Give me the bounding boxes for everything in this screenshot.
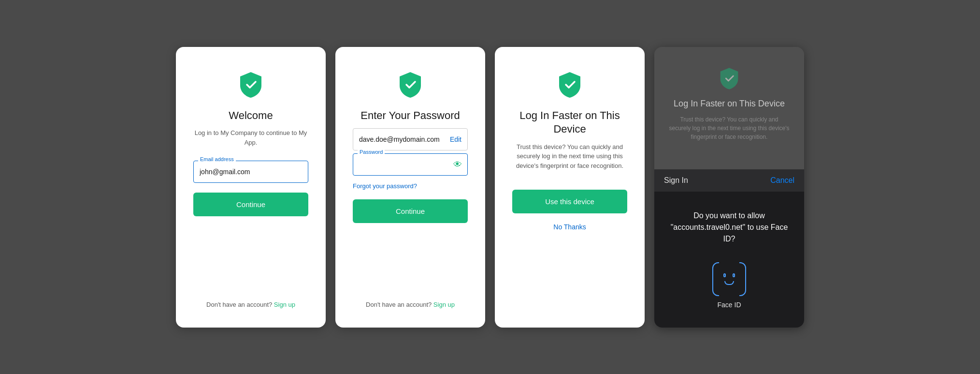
welcome-card: Welcome Log in to My Company to continue… xyxy=(176,47,326,328)
screens-container: Welcome Log in to My Company to continue… xyxy=(16,47,964,328)
signup-row: Don't have an account? Sign up xyxy=(206,293,295,308)
use-device-button[interactable]: Use this device xyxy=(512,190,627,213)
forgot-password-link[interactable]: Forgot your password? xyxy=(353,182,468,190)
ios-overlay-title: Log In Faster on This Device xyxy=(674,98,785,109)
email-input-group: Email address xyxy=(193,161,308,183)
no-account-text-2: Don't have an account? xyxy=(366,301,432,308)
shield-icon-2 xyxy=(396,70,425,99)
continue-button[interactable]: Continue xyxy=(193,193,308,216)
welcome-subtitle: Log in to My Company to continue to My A… xyxy=(193,128,308,147)
password-input-group: Password 👁 xyxy=(353,153,468,176)
device-title: Log In Faster on This Device xyxy=(512,109,627,136)
ios-overlay-subtitle: Trust this device? You can quickly and s… xyxy=(669,115,790,141)
edit-link[interactable]: Edit xyxy=(450,135,461,143)
face-inner xyxy=(713,263,745,295)
no-thanks-link[interactable]: No Thanks xyxy=(553,223,586,231)
email-label: Email address xyxy=(198,156,236,162)
email-display: dave.doe@mydomain.com xyxy=(359,135,440,143)
signup-link-2[interactable]: Sign up xyxy=(433,301,455,308)
email-edit-row: dave.doe@mydomain.com Edit xyxy=(353,128,468,150)
ios-divider-bar: Sign In Cancel xyxy=(654,169,804,192)
device-subtitle: Trust this device? You can quickly and s… xyxy=(512,142,627,171)
shield-icon-3 xyxy=(555,70,584,99)
password-title: Enter Your Password xyxy=(360,109,460,123)
password-input[interactable] xyxy=(353,153,468,176)
face-id-icon: Face ID xyxy=(712,262,746,309)
shield-icon xyxy=(236,70,265,99)
ios-bottom-section: Do you want to allow "accounts.travel0.n… xyxy=(654,192,804,328)
face-id-label: Face ID xyxy=(717,301,741,309)
face-eyes xyxy=(723,273,735,277)
sign-in-label: Sign In xyxy=(664,176,688,185)
face-mouth xyxy=(724,281,734,285)
face-eye-left xyxy=(723,273,726,277)
ios-top-section: Log In Faster on This Device Trust this … xyxy=(654,47,804,169)
device-card: Log In Faster on This Device Trust this … xyxy=(495,47,645,328)
eye-icon[interactable]: 👁 xyxy=(453,160,462,170)
password-card: Enter Your Password dave.doe@mydomain.co… xyxy=(335,47,485,328)
cancel-link[interactable]: Cancel xyxy=(770,176,794,185)
face-id-question: Do you want to allow "accounts.travel0.n… xyxy=(664,210,794,245)
password-label: Password xyxy=(358,149,385,155)
password-wrapper: 👁 xyxy=(353,153,468,176)
shield-icon-4 xyxy=(717,66,741,90)
continue-button-2[interactable]: Continue xyxy=(353,199,468,223)
face-id-frame xyxy=(712,262,746,296)
no-account-text: Don't have an account? xyxy=(206,301,272,308)
welcome-title: Welcome xyxy=(229,109,273,123)
email-input[interactable] xyxy=(193,161,308,183)
face-eye-right xyxy=(733,273,735,277)
signup-link[interactable]: Sign up xyxy=(274,301,295,308)
signup-row-2: Don't have an account? Sign up xyxy=(366,293,455,308)
ios-panel: Log In Faster on This Device Trust this … xyxy=(654,47,804,328)
